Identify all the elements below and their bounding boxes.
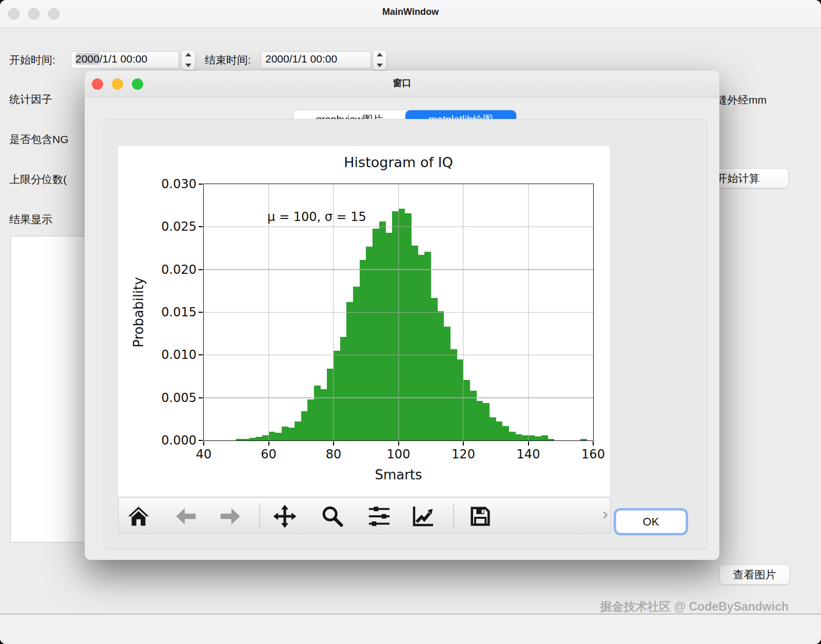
back-button[interactable] <box>172 502 200 530</box>
back-arrow-icon <box>174 505 198 528</box>
x-tick-mark <box>268 441 269 446</box>
x-tick-mark <box>203 441 204 446</box>
histogram-bar <box>262 435 269 440</box>
stepper-down-icon[interactable] <box>185 64 191 67</box>
histogram-bar <box>444 327 451 440</box>
pan-move-icon <box>272 504 297 529</box>
include-ng-label: 是否包含NG <box>9 132 69 147</box>
x-tick-mark <box>398 441 399 446</box>
histogram-bar <box>282 427 288 440</box>
pan-button[interactable] <box>271 502 299 530</box>
mpl-toolbar: › <box>118 497 611 534</box>
x-tick-label: 140 <box>517 447 540 461</box>
stat-factor-label: 统计因子 <box>9 92 52 107</box>
end-time-label: 结束时间: <box>205 53 251 67</box>
y-tick-mark <box>199 184 203 185</box>
status-bar <box>0 614 821 644</box>
histogram-bar <box>340 337 347 440</box>
x-tick-label: 60 <box>261 447 277 461</box>
histogram-bar <box>379 222 386 440</box>
histogram-bar <box>496 421 502 440</box>
home-button[interactable] <box>125 502 152 530</box>
x-tick-label: 160 <box>581 447 605 461</box>
sliders-icon <box>367 505 391 528</box>
x-axis-label: Smarts <box>203 467 594 482</box>
end-time-stepper[interactable] <box>373 50 387 70</box>
plot-annotation: μ = 100, σ = 15 <box>267 210 366 224</box>
forward-button[interactable] <box>217 502 244 530</box>
x-tick-mark <box>528 441 529 446</box>
stepper-up-icon[interactable] <box>185 53 191 56</box>
histogram-bar <box>437 311 444 440</box>
histogram-bar <box>301 411 308 440</box>
stepper-down-icon[interactable] <box>377 64 383 67</box>
configure-subplots-button[interactable] <box>365 502 393 530</box>
main-titlebar: MainWindow <box>0 0 821 28</box>
x-tick-mark <box>593 441 594 446</box>
x-tick-label: 40 <box>196 447 212 461</box>
histogram-bar <box>515 434 522 440</box>
histogram-bar <box>295 421 301 440</box>
save-button[interactable] <box>466 502 494 530</box>
y-tick-label: 0.025 <box>161 219 197 234</box>
y-tick-mark <box>199 440 203 441</box>
start-time-label: 开始时间: <box>9 53 55 67</box>
start-time-stepper[interactable] <box>181 50 196 70</box>
histogram-bar <box>327 369 334 440</box>
matplotlib-canvas: Histogram of IQ Probability μ = 100, σ =… <box>118 146 610 496</box>
histogram-bar <box>275 433 282 440</box>
y-tick-mark <box>199 354 203 355</box>
histogram-bar <box>470 391 477 440</box>
histogram-bar <box>463 380 470 440</box>
histogram-bar <box>476 401 483 440</box>
start-time-rest: /1/1 00:00 <box>100 53 147 65</box>
y-tick-label: 0.000 <box>161 433 197 448</box>
bars-layer <box>204 184 593 440</box>
view-image-button[interactable]: 查看图片 <box>719 565 790 585</box>
toolbar-separator <box>453 504 454 528</box>
histogram-bar <box>321 389 327 440</box>
y-tick-label: 0.010 <box>161 348 197 362</box>
histogram-bar <box>346 302 353 440</box>
y-tick-mark <box>199 269 203 270</box>
toolbar-overflow-chevron[interactable]: › <box>602 504 608 524</box>
y-tick-label: 0.005 <box>161 391 197 405</box>
y-axis-label: Probability <box>131 277 146 347</box>
histogram-bar <box>385 233 392 440</box>
histogram-bar <box>307 399 314 440</box>
histogram-bar <box>418 255 424 440</box>
x-tick-mark <box>333 441 334 446</box>
result-display-label: 结果显示 <box>9 212 52 227</box>
end-time-field[interactable]: 2000/1/1 00:00 <box>261 51 371 69</box>
stepper-up-icon[interactable] <box>377 53 383 56</box>
histogram-bar <box>580 439 587 440</box>
x-tick-label: 120 <box>452 447 475 461</box>
dialog-title: 窗口 <box>85 77 719 89</box>
histogram-bar <box>392 211 399 440</box>
histogram-bar <box>490 417 496 440</box>
histogram-bar <box>353 287 360 440</box>
histogram-bar <box>502 426 509 440</box>
zoom-rect-button[interactable] <box>318 502 346 530</box>
histogram-bar <box>522 435 529 440</box>
histogram-bar <box>412 246 418 440</box>
histogram-bar <box>548 439 554 440</box>
histogram-bar <box>424 252 431 440</box>
plot-axes: μ = 100, σ = 15 4060801001201401600.0000… <box>203 184 594 441</box>
edit-axes-button[interactable] <box>409 502 437 530</box>
y-tick-label: 0.030 <box>161 177 197 191</box>
magnifier-icon <box>320 505 344 528</box>
dialog-titlebar: 窗口 <box>85 71 719 97</box>
ok-button[interactable]: OK <box>616 510 686 533</box>
histogram-bar <box>334 351 340 440</box>
start-time-selected-segment[interactable]: 2000 <box>75 53 100 65</box>
plot-title: Histogram of IQ <box>203 154 594 170</box>
histogram-bar <box>451 349 457 440</box>
histogram-bar <box>288 428 295 440</box>
histogram-bar <box>236 439 243 440</box>
histogram-bar <box>366 247 373 440</box>
histogram-bar <box>249 438 256 440</box>
start-time-field[interactable]: 2000/1/1 00:00 <box>71 51 179 69</box>
seam-od-label: 缝外经mm <box>716 93 767 107</box>
histogram-bar <box>541 435 548 440</box>
